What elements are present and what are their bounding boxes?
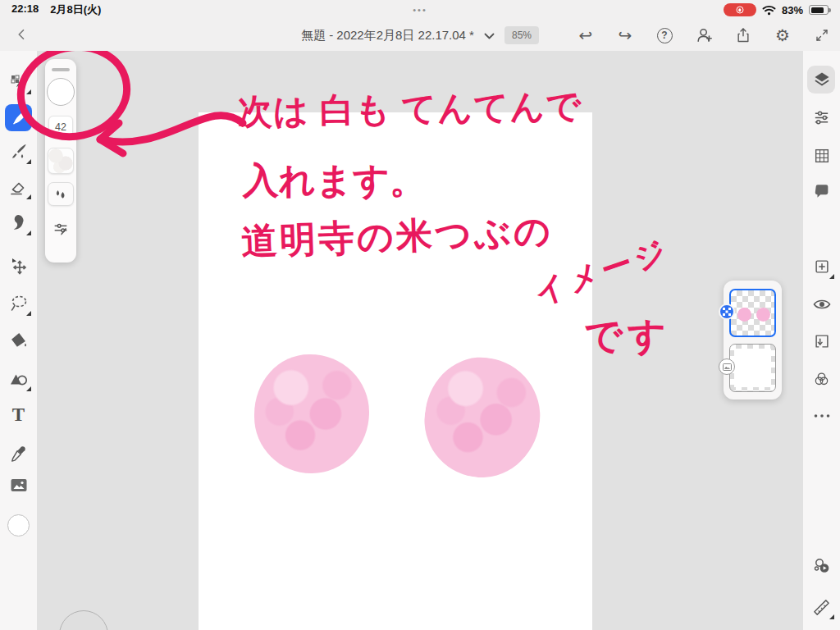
pixel-grid-icon xyxy=(723,308,731,316)
layers-icon xyxy=(812,70,832,89)
pixel-brush-icon xyxy=(9,72,29,92)
blend-mode-icon xyxy=(812,370,831,388)
help-icon: ? xyxy=(657,28,673,43)
tool-lasso[interactable] xyxy=(0,289,37,318)
more-dots-icon xyxy=(813,413,831,419)
chevron-down-icon xyxy=(484,33,495,39)
panel-drag-handle[interactable] xyxy=(52,68,70,71)
panel-ruler[interactable] xyxy=(803,592,840,622)
brush-settings-icon xyxy=(52,220,70,238)
brush-tip-preview[interactable] xyxy=(48,148,74,174)
grid-icon xyxy=(813,147,831,165)
person-add-icon xyxy=(695,26,714,44)
brush-settings-button[interactable] xyxy=(50,218,71,240)
tool-sidebar: T xyxy=(0,51,37,630)
image-badge-icon xyxy=(723,363,732,371)
tool-eraser[interactable] xyxy=(0,172,37,202)
mask-icon xyxy=(813,332,831,350)
tool-live-brush[interactable] xyxy=(0,103,37,132)
tool-smudge[interactable] xyxy=(0,208,37,238)
canvas[interactable] xyxy=(199,112,592,630)
tool-move[interactable] xyxy=(0,252,37,281)
fill-bucket-icon xyxy=(9,331,29,350)
invite-button[interactable] xyxy=(694,25,714,45)
tool-color-swatch[interactable] xyxy=(0,510,37,540)
panel-sidebar xyxy=(803,51,840,630)
share-icon xyxy=(735,26,751,44)
app-toolbar: 無題 - 2022年2月8日 22.17.04 * 85% ↩ ↪ ? xyxy=(0,20,840,51)
multitask-dots-icon: ••• xyxy=(0,5,840,15)
layer-thumbnail-background[interactable] xyxy=(729,344,776,392)
panel-motion[interactable] xyxy=(803,551,840,581)
fullscreen-button[interactable] xyxy=(812,25,832,45)
eraser-icon xyxy=(9,177,29,197)
tool-fill[interactable] xyxy=(0,326,37,355)
lasso-icon xyxy=(9,294,29,313)
share-button[interactable] xyxy=(733,25,753,45)
expand-icon xyxy=(815,28,829,43)
layer-content-dot xyxy=(756,308,770,322)
brush-size-value[interactable]: 42 xyxy=(48,116,73,138)
text-tool-icon: T xyxy=(12,404,25,426)
tool-place-image[interactable] xyxy=(0,471,37,500)
redo-button[interactable]: ↪ xyxy=(615,25,635,45)
live-brush-icon xyxy=(10,108,28,126)
layer-content-dot xyxy=(737,308,751,322)
tool-shapes[interactable] xyxy=(0,364,37,394)
workspace xyxy=(0,51,840,630)
sliders-icon xyxy=(812,108,831,127)
eyedropper-icon xyxy=(10,444,28,462)
document-title: 無題 - 2022年2月8日 22.17.04 * xyxy=(301,28,474,43)
battery-icon xyxy=(809,5,829,15)
undo-button[interactable]: ↩ xyxy=(576,25,596,45)
ruler-icon xyxy=(812,598,831,617)
tool-eyedropper[interactable] xyxy=(0,438,37,468)
recording-dot xyxy=(738,8,742,11)
tool-text[interactable]: T xyxy=(0,400,37,430)
tool-pixel-brush[interactable] xyxy=(0,67,37,97)
water-drops-icon xyxy=(53,188,68,201)
touch-shortcut-button[interactable] xyxy=(59,610,108,630)
mixer-brush-icon xyxy=(9,142,29,162)
battery-percent: 83% xyxy=(782,4,803,16)
add-layer-icon xyxy=(813,258,831,276)
image-layer-badge[interactable] xyxy=(719,358,735,375)
smudge-icon xyxy=(10,214,28,232)
eye-icon xyxy=(812,296,832,313)
layer-visibility-button[interactable] xyxy=(803,290,840,319)
brush-options-panel[interactable]: 42 xyxy=(45,59,76,262)
status-bar: 22:18 2月8日(火) ••• 83% xyxy=(0,0,840,20)
tool-mixer-brush[interactable] xyxy=(0,137,37,167)
painted-blob-left xyxy=(254,354,369,473)
brush-flow-button[interactable] xyxy=(48,182,74,206)
panel-adjustments[interactable] xyxy=(803,103,840,132)
comment-icon xyxy=(813,182,831,200)
pixel-layer-badge[interactable] xyxy=(719,304,735,320)
current-color-swatch xyxy=(7,514,30,536)
panel-layers[interactable] xyxy=(803,65,840,94)
layer-more-button[interactable] xyxy=(803,401,840,431)
layer-mask-button[interactable] xyxy=(803,326,840,356)
move-icon xyxy=(9,257,29,276)
help-button[interactable]: ? xyxy=(655,25,674,45)
panel-grid[interactable] xyxy=(803,141,840,171)
settings-button[interactable]: ⚙ xyxy=(773,25,792,45)
shapes-icon xyxy=(8,369,29,389)
image-icon xyxy=(9,477,29,495)
panel-comment[interactable] xyxy=(803,176,840,206)
panel-add-layer[interactable] xyxy=(803,252,840,281)
motion-icon xyxy=(812,556,832,576)
wifi-icon xyxy=(762,5,776,16)
layer-blend-button[interactable] xyxy=(803,364,840,394)
zoom-level-badge[interactable]: 85% xyxy=(504,26,539,44)
brush-size-preview[interactable] xyxy=(47,78,75,106)
layer-content-white xyxy=(734,349,771,387)
layer-thumbnail-selected[interactable] xyxy=(729,289,776,337)
screen-recording-icon[interactable] xyxy=(724,3,756,16)
layers-panel xyxy=(724,281,782,399)
title-menu-button[interactable] xyxy=(484,28,495,43)
